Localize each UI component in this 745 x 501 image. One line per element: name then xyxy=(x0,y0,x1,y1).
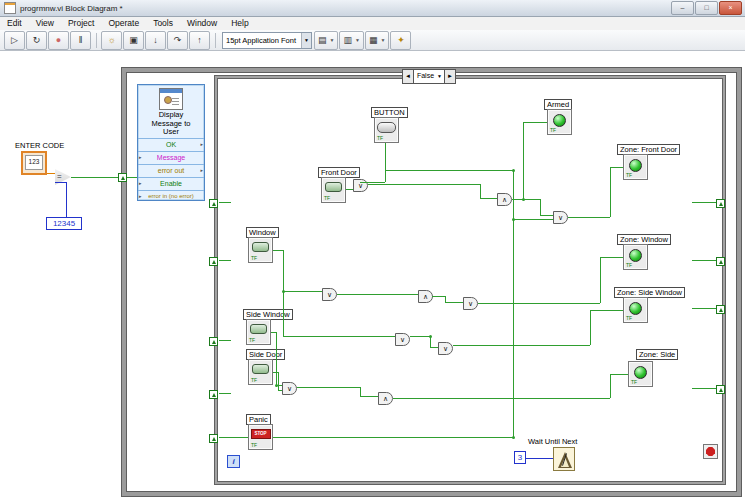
retain-wire-values-button[interactable]: ▣ xyxy=(123,31,144,50)
led-indicator-armed[interactable]: TF xyxy=(547,109,572,135)
wire xyxy=(283,291,322,292)
highlight-execution-button[interactable]: ☼ xyxy=(101,31,122,50)
menu-item-edit[interactable]: Edit xyxy=(0,17,29,30)
wire xyxy=(297,387,360,388)
tunnel[interactable] xyxy=(716,385,725,394)
wire-junction xyxy=(512,436,515,439)
boolean-control-side-window[interactable]: TF xyxy=(246,319,271,345)
distribute-objects-dropdown[interactable]: ▥ ▼ xyxy=(339,31,363,50)
code-constant[interactable]: 12345 xyxy=(46,217,82,230)
pause-button[interactable]: ‖ xyxy=(70,31,91,50)
led-indicator-zone-side[interactable]: TF xyxy=(628,361,653,387)
step-into-button[interactable]: ↓ xyxy=(145,31,166,50)
led-icon xyxy=(629,159,642,172)
boolean-control-side-door[interactable]: TF xyxy=(248,359,273,385)
wire xyxy=(692,260,716,261)
menu-item-project[interactable]: Project xyxy=(61,17,101,30)
align-objects-dropdown[interactable]: ▤ ▼ xyxy=(314,31,338,50)
tunnel-arrow-icon xyxy=(719,308,723,312)
expressvi-terminal-ok[interactable]: OK ▸ xyxy=(138,138,204,150)
loop-condition-terminal[interactable] xyxy=(703,444,718,459)
close-button[interactable]: × xyxy=(719,1,742,15)
block-diagram-canvas[interactable]: ENTER CODE 123 = 12345 Display Message t… xyxy=(0,51,745,501)
wire xyxy=(360,396,378,397)
maximize-button[interactable]: □ xyxy=(695,1,718,15)
reorder-dropdown[interactable]: ▦ ▼ xyxy=(365,31,389,50)
clean-up-diagram-button[interactable]: ✦ xyxy=(390,31,411,50)
label-zone-side[interactable]: Zone: Side xyxy=(636,349,678,360)
wait-until-next-node[interactable] xyxy=(553,447,575,471)
terminal-label: Message xyxy=(157,154,185,161)
led-indicator-zone-front-door[interactable]: TF xyxy=(623,154,648,180)
and-gate-icon[interactable]: ∧ xyxy=(497,193,512,206)
label-enter-code[interactable]: ENTER CODE xyxy=(15,141,64,150)
wire xyxy=(346,189,353,190)
case-structure[interactable] xyxy=(215,76,725,484)
label-wait-until-next[interactable]: Wait Until Next xyxy=(528,437,577,446)
wire-junction xyxy=(522,198,525,201)
stop-octagon-icon xyxy=(706,447,715,456)
expressvi-terminal-message[interactable]: ▸ Message xyxy=(138,151,204,163)
tunnel[interactable] xyxy=(209,257,218,266)
expressvi-terminal-error-out[interactable]: error out ▸ xyxy=(138,164,204,176)
align-objects-icon: ▤ xyxy=(318,35,327,45)
menu-item-operate[interactable]: Operate xyxy=(101,17,146,30)
run-continuous-button[interactable]: ↻ xyxy=(26,31,47,50)
iteration-terminal[interactable]: i xyxy=(227,455,240,468)
tunnel[interactable] xyxy=(209,434,218,443)
expressvi-terminal-error-in[interactable]: ▸ error in (no error) xyxy=(138,190,204,202)
wire xyxy=(283,336,395,337)
abort-button[interactable]: ● xyxy=(48,31,69,50)
switch-icon xyxy=(252,242,269,252)
case-selector-value[interactable]: False xyxy=(414,70,437,83)
title-bar: progrmnw.vi Block Diagram * – □ × xyxy=(0,0,745,17)
tunnel[interactable] xyxy=(716,199,725,208)
and-gate-icon[interactable]: ∧ xyxy=(418,290,433,303)
terminal-label: OK xyxy=(166,141,176,148)
case-prev-button[interactable]: ◄ xyxy=(403,70,414,83)
menu-item-view[interactable]: View xyxy=(29,17,61,30)
led-indicator-zone-window[interactable]: TF xyxy=(623,244,648,270)
or-gate-icon[interactable]: ∨ xyxy=(553,211,568,224)
boolean-control-front-door[interactable]: TF xyxy=(321,177,346,203)
tunnel[interactable] xyxy=(118,173,127,182)
terminal-arrow-icon: ▸ xyxy=(139,152,142,163)
boolean-control-window[interactable]: TF xyxy=(248,237,273,263)
expressvi-terminal-enable[interactable]: ▸ Enable xyxy=(138,177,204,189)
or-gate-icon[interactable]: ∨ xyxy=(463,297,478,310)
or-gate-icon[interactable]: ∨ xyxy=(395,333,410,346)
or-gate-icon[interactable]: ∨ xyxy=(282,382,297,395)
wire-junction xyxy=(429,335,432,338)
tunnel[interactable] xyxy=(716,305,725,314)
wire xyxy=(219,340,231,341)
tunnel-arrow-icon xyxy=(212,437,216,441)
wire xyxy=(523,122,524,199)
or-gate-icon[interactable]: ∨ xyxy=(353,179,368,192)
boolean-type-label: TF xyxy=(626,263,632,268)
boolean-control-button[interactable]: TF xyxy=(374,117,399,143)
step-out-button[interactable]: ↑ xyxy=(189,31,210,50)
minimize-button[interactable]: – xyxy=(671,1,694,15)
tunnel[interactable] xyxy=(716,257,725,266)
step-over-button[interactable]: ↷ xyxy=(167,31,188,50)
menu-item-tools[interactable]: Tools xyxy=(146,17,180,30)
and-gate-icon[interactable]: ∧ xyxy=(378,392,393,405)
font-selector[interactable]: 15pt Application Font ▼ xyxy=(222,32,312,49)
tunnel[interactable] xyxy=(209,199,218,208)
led-indicator-zone-side-window[interactable]: TF xyxy=(623,297,648,323)
case-next-button[interactable]: ► xyxy=(444,70,455,83)
boolean-control-panic[interactable]: STOP TF xyxy=(248,424,273,450)
tunnel[interactable] xyxy=(209,390,218,399)
wire xyxy=(692,202,716,203)
wire-junction xyxy=(275,384,278,387)
display-message-express-vi[interactable]: Display Message to User OK ▸ ▸ Message e… xyxy=(137,84,205,201)
wire xyxy=(55,182,66,183)
or-gate-icon[interactable]: ∨ xyxy=(322,288,337,301)
numeric-control-terminal-enter-code[interactable]: 123 xyxy=(21,151,47,175)
tunnel[interactable] xyxy=(209,337,218,346)
menu-item-help[interactable]: Help xyxy=(224,17,255,30)
or-gate-icon[interactable]: ∨ xyxy=(438,342,453,355)
menu-item-window[interactable]: Window xyxy=(180,17,224,30)
run-button[interactable]: ▷ xyxy=(4,31,25,50)
window-title: progrmnw.vi Block Diagram * xyxy=(20,4,123,13)
